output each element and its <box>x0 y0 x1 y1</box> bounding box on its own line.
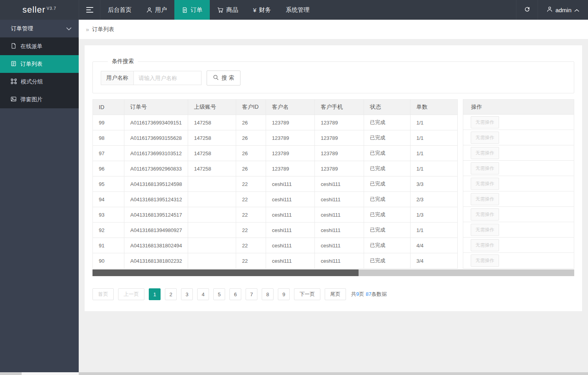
cell-id: 94 <box>93 192 124 207</box>
nav-item-products[interactable]: 商品 <box>210 0 246 20</box>
cell-customer-name: ceshi111 <box>266 207 315 223</box>
nav-item-orders[interactable]: 订单 <box>174 0 210 20</box>
sidebar-item-online-dispatch[interactable]: 在线派单 <box>0 37 79 55</box>
table-row: 91 A04131681381802494 22 ceshi111 ceshi1… <box>93 238 458 253</box>
chevron-up-icon <box>574 7 579 13</box>
user-icon <box>547 6 553 13</box>
sidebar-item-label: 弹窗图片 <box>20 96 43 103</box>
status-badge: 已完成 <box>364 207 410 223</box>
page-next-button[interactable]: 下一页 <box>294 288 320 300</box>
no-action-button[interactable]: 无需操作 <box>471 116 499 128</box>
page-number-button[interactable]: 5 <box>213 288 225 300</box>
no-action-button[interactable]: 无需操作 <box>471 162 499 175</box>
sidebar-item-order-list[interactable]: 订单列表 <box>0 55 79 73</box>
page-number-button[interactable]: 2 <box>165 288 177 300</box>
refresh-button[interactable] <box>516 0 538 20</box>
table-row: 97 A01161736993103512 147258 26 123789 1… <box>93 146 458 161</box>
nav-item-finance[interactable]: ¥ 财务 <box>246 0 278 20</box>
cell-customer-phone: 123789 <box>315 146 364 161</box>
no-action-button[interactable]: 无需操作 <box>471 224 499 236</box>
table-horizontal-scrollbar[interactable] <box>92 269 574 276</box>
column-header-parent-account: 上级账号 <box>188 100 236 115</box>
cell-customer-name: ceshi111 <box>266 176 315 192</box>
sidebar-item-popup-image[interactable]: 弹窗图片 <box>0 91 79 108</box>
page-number-button[interactable]: 7 <box>246 288 257 300</box>
no-action-button[interactable]: 无需操作 <box>471 178 499 190</box>
admin-username: admin <box>555 7 571 13</box>
page-number-button[interactable]: 1 <box>149 288 161 300</box>
cell-parent-account <box>188 176 236 192</box>
cell-customer-id: 22 <box>236 192 266 207</box>
username-input[interactable] <box>134 71 202 85</box>
summary-total-items: 87 <box>366 291 371 297</box>
no-action-button[interactable]: 无需操作 <box>471 239 499 251</box>
status-badge: 已完成 <box>364 192 410 207</box>
no-action-button[interactable]: 无需操作 <box>471 193 499 205</box>
file-icon <box>11 43 17 50</box>
page-horizontal-scrollbar[interactable] <box>0 372 588 375</box>
nav-item-label: 财务 <box>259 6 271 14</box>
cell-id: 92 <box>93 223 124 238</box>
cell-order-no: A01161736992960833 <box>124 161 188 176</box>
column-header-status: 状态 <box>364 100 410 115</box>
cell-customer-id: 22 <box>236 176 266 192</box>
cell-order-no: A04131681381802494 <box>124 238 188 253</box>
status-badge: 已完成 <box>364 176 410 192</box>
no-action-button[interactable]: 无需操作 <box>471 254 499 267</box>
page-last-button[interactable]: 尾页 <box>325 288 346 300</box>
search-button[interactable]: 搜 索 <box>207 71 240 85</box>
cell-count: 1/1 <box>410 146 458 161</box>
top-navbar: sellerV3.7 后台首页 用户 订单 商品 ¥ 财务 系统管理 <box>0 0 588 20</box>
action-row: 无需操作 <box>463 115 574 130</box>
table-row: 98 A01161736993155628 147258 26 123789 1… <box>93 130 458 146</box>
no-action-button[interactable]: 无需操作 <box>471 132 499 144</box>
page-number-button[interactable]: 3 <box>181 288 193 300</box>
page-number-button[interactable]: 8 <box>262 288 274 300</box>
hamburger-menu-icon[interactable] <box>79 0 100 20</box>
cell-customer-name: ceshi111 <box>266 253 315 269</box>
cell-customer-phone: ceshi111 <box>315 176 364 192</box>
yen-icon: ¥ <box>253 7 256 13</box>
page-number-button[interactable]: 9 <box>278 288 290 300</box>
orders-table-body: 99 A01161736993409151 147258 26 123789 1… <box>93 115 458 269</box>
page-number-button[interactable]: 6 <box>229 288 241 300</box>
table-row: 95 A04131681395124598 22 ceshi111 ceshi1… <box>93 176 458 192</box>
cell-id: 93 <box>93 207 124 223</box>
sidebar-item-label: 订单列表 <box>20 61 43 68</box>
sidebar-item-mode-group[interactable]: 模式分组 <box>0 73 79 91</box>
cell-parent-account <box>188 192 236 207</box>
cell-order-no: A01161736993155628 <box>124 130 188 146</box>
no-action-button[interactable]: 无需操作 <box>471 208 499 221</box>
page-numbers: 123456789 <box>149 288 294 300</box>
admin-menu[interactable]: admin <box>538 0 588 20</box>
breadcrumb-current: 订单列表 <box>92 26 114 33</box>
nav-item-dashboard[interactable]: 后台首页 <box>100 0 139 20</box>
cell-parent-account <box>188 207 236 223</box>
action-row: 无需操作 <box>463 207 574 222</box>
sidebar-item-label: 在线派单 <box>20 43 43 50</box>
cell-order-no: A04131681394980927 <box>124 223 188 238</box>
cell-order-no: A01161736993103512 <box>124 146 188 161</box>
cell-parent-account <box>188 253 236 269</box>
no-action-button[interactable]: 无需操作 <box>471 147 499 159</box>
sidebar-group-order-management[interactable]: 订单管理 <box>0 20 79 37</box>
username-field-group: 用户名称 <box>101 71 202 85</box>
cell-customer-name: ceshi111 <box>266 238 315 253</box>
cell-customer-phone: ceshi111 <box>315 207 364 223</box>
cell-customer-phone: ceshi111 <box>315 238 364 253</box>
nav-item-label: 后台首页 <box>108 6 131 14</box>
action-column: 操作 无需操作 无需操作 无需操作 无需操作 无需操作 无需操作 无需操作 无需… <box>463 99 574 269</box>
navbar-right: admin <box>516 0 588 20</box>
nav-item-users[interactable]: 用户 <box>139 0 174 20</box>
page-number-button[interactable]: 4 <box>197 288 209 300</box>
column-header-customer-id: 客户ID <box>236 100 266 115</box>
content: 条件搜索 用户名称 搜 索 <box>79 39 588 317</box>
nav-item-system[interactable]: 系统管理 <box>278 0 317 20</box>
column-header-customer-phone: 客户手机 <box>315 100 364 115</box>
page-prev-button[interactable]: 上一页 <box>118 288 144 300</box>
order-list-icon <box>11 61 17 68</box>
cell-order-no: A04131681381802232 <box>124 253 188 269</box>
page-first-button[interactable]: 首页 <box>92 288 114 300</box>
page-scrollbar-thumb[interactable] <box>22 372 79 375</box>
table-scrollbar-thumb[interactable] <box>92 269 359 276</box>
